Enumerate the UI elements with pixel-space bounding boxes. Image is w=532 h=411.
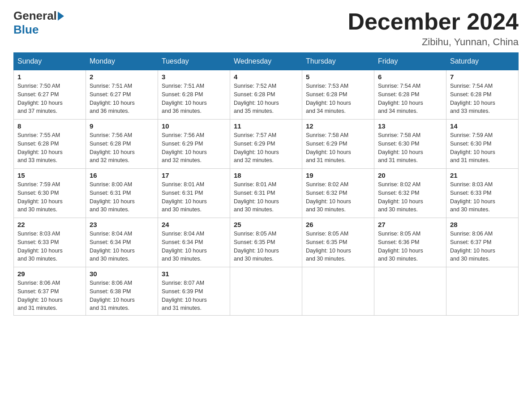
header-cell-saturday: Saturday [446, 53, 519, 70]
week-row-5: 29Sunrise: 8:06 AMSunset: 6:37 PMDayligh… [14, 267, 519, 316]
week-row-3: 15Sunrise: 7:59 AMSunset: 6:30 PMDayligh… [14, 169, 519, 218]
day-info: Sunrise: 7:56 AMSunset: 6:28 PMDaylight:… [90, 131, 154, 165]
day-info: Sunrise: 8:04 AMSunset: 6:34 PMDaylight:… [162, 230, 226, 263]
header-cell-sunday: Sunday [14, 53, 86, 70]
day-info: Sunrise: 8:06 AMSunset: 6:38 PMDaylight:… [90, 279, 154, 313]
day-cell: 11Sunrise: 7:57 AMSunset: 6:29 PMDayligh… [230, 120, 302, 169]
day-info: Sunrise: 8:07 AMSunset: 6:39 PMDaylight:… [162, 279, 226, 313]
day-cell [446, 267, 519, 316]
day-number: 6 [378, 73, 442, 81]
day-number: 18 [234, 171, 298, 179]
day-number: 19 [306, 171, 370, 179]
week-row-2: 8Sunrise: 7:55 AMSunset: 6:28 PMDaylight… [14, 120, 519, 169]
day-cell: 21Sunrise: 8:03 AMSunset: 6:33 PMDayligh… [446, 169, 519, 218]
title-area: December 2024 Zibihu, Yunnan, China [348, 9, 519, 48]
day-info: Sunrise: 8:06 AMSunset: 6:37 PMDaylight:… [17, 279, 82, 313]
day-info: Sunrise: 8:01 AMSunset: 6:31 PMDaylight:… [162, 180, 226, 214]
day-number: 29 [17, 270, 82, 278]
day-cell: 5Sunrise: 7:53 AMSunset: 6:28 PMDaylight… [302, 70, 374, 120]
day-info: Sunrise: 8:06 AMSunset: 6:37 PMDaylight:… [450, 230, 515, 263]
day-info: Sunrise: 8:05 AMSunset: 6:35 PMDaylight:… [306, 230, 370, 263]
logo-arrow-icon [58, 12, 64, 21]
day-cell: 14Sunrise: 7:59 AMSunset: 6:30 PMDayligh… [446, 120, 519, 169]
day-cell: 28Sunrise: 8:06 AMSunset: 6:37 PMDayligh… [446, 218, 519, 267]
day-number: 30 [90, 270, 154, 278]
day-info: Sunrise: 7:55 AMSunset: 6:28 PMDaylight:… [17, 131, 82, 165]
day-number: 13 [378, 122, 442, 130]
day-info: Sunrise: 7:58 AMSunset: 6:30 PMDaylight:… [378, 131, 442, 165]
day-cell: 9Sunrise: 7:56 AMSunset: 6:28 PMDaylight… [86, 120, 158, 169]
day-cell: 26Sunrise: 8:05 AMSunset: 6:35 PMDayligh… [302, 218, 374, 267]
calendar-table: SundayMondayTuesdayWednesdayThursdayFrid… [13, 52, 519, 316]
day-cell: 18Sunrise: 8:01 AMSunset: 6:31 PMDayligh… [230, 169, 302, 218]
location-subtitle: Zibihu, Yunnan, China [348, 36, 519, 48]
day-info: Sunrise: 8:02 AMSunset: 6:32 PMDaylight:… [378, 180, 442, 214]
day-info: Sunrise: 8:01 AMSunset: 6:31 PMDaylight:… [234, 180, 298, 214]
day-cell: 2Sunrise: 7:51 AMSunset: 6:27 PMDaylight… [86, 70, 158, 120]
day-number: 9 [90, 122, 154, 130]
day-cell: 25Sunrise: 8:05 AMSunset: 6:35 PMDayligh… [230, 218, 302, 267]
day-info: Sunrise: 7:56 AMSunset: 6:29 PMDaylight:… [162, 131, 226, 165]
day-info: Sunrise: 8:00 AMSunset: 6:31 PMDaylight:… [90, 180, 154, 214]
day-cell [302, 267, 374, 316]
header-cell-wednesday: Wednesday [230, 53, 302, 70]
day-cell [374, 267, 446, 316]
day-cell: 7Sunrise: 7:54 AMSunset: 6:28 PMDaylight… [446, 70, 519, 120]
day-number: 4 [234, 73, 298, 81]
header-cell-thursday: Thursday [302, 53, 374, 70]
day-cell: 3Sunrise: 7:51 AMSunset: 6:28 PMDaylight… [158, 70, 230, 120]
day-info: Sunrise: 7:51 AMSunset: 6:27 PMDaylight:… [90, 82, 154, 116]
day-info: Sunrise: 7:59 AMSunset: 6:30 PMDaylight:… [17, 180, 82, 214]
calendar-body: 1Sunrise: 7:50 AMSunset: 6:27 PMDaylight… [14, 70, 519, 316]
day-info: Sunrise: 7:50 AMSunset: 6:27 PMDaylight:… [17, 82, 82, 116]
day-info: Sunrise: 8:03 AMSunset: 6:33 PMDaylight:… [17, 230, 82, 263]
day-info: Sunrise: 8:03 AMSunset: 6:33 PMDaylight:… [450, 180, 515, 214]
day-number: 31 [162, 270, 226, 278]
calendar-header-row: SundayMondayTuesdayWednesdayThursdayFrid… [14, 53, 519, 70]
day-info: Sunrise: 7:58 AMSunset: 6:29 PMDaylight:… [306, 131, 370, 165]
day-number: 11 [234, 122, 298, 130]
day-number: 15 [17, 171, 82, 179]
day-cell: 6Sunrise: 7:54 AMSunset: 6:28 PMDaylight… [374, 70, 446, 120]
day-info: Sunrise: 7:57 AMSunset: 6:29 PMDaylight:… [234, 131, 298, 165]
logo-blue-text: Blue [13, 23, 39, 37]
day-cell: 10Sunrise: 7:56 AMSunset: 6:29 PMDayligh… [158, 120, 230, 169]
header-cell-tuesday: Tuesday [158, 53, 230, 70]
day-number: 24 [162, 221, 226, 228]
day-cell: 22Sunrise: 8:03 AMSunset: 6:33 PMDayligh… [14, 218, 86, 267]
day-info: Sunrise: 7:53 AMSunset: 6:28 PMDaylight:… [306, 82, 370, 116]
day-info: Sunrise: 7:59 AMSunset: 6:30 PMDaylight:… [450, 131, 515, 165]
day-number: 5 [306, 73, 370, 81]
day-info: Sunrise: 8:05 AMSunset: 6:36 PMDaylight:… [378, 230, 442, 263]
day-info: Sunrise: 7:52 AMSunset: 6:28 PMDaylight:… [234, 82, 298, 116]
day-number: 14 [450, 122, 515, 130]
day-cell: 12Sunrise: 7:58 AMSunset: 6:29 PMDayligh… [302, 120, 374, 169]
logo-general-text: General [13, 9, 57, 23]
day-cell: 31Sunrise: 8:07 AMSunset: 6:39 PMDayligh… [158, 267, 230, 316]
day-cell: 1Sunrise: 7:50 AMSunset: 6:27 PMDaylight… [14, 70, 86, 120]
day-cell: 4Sunrise: 7:52 AMSunset: 6:28 PMDaylight… [230, 70, 302, 120]
logo: General Blue [13, 9, 65, 37]
day-number: 20 [378, 171, 442, 179]
day-cell: 13Sunrise: 7:58 AMSunset: 6:30 PMDayligh… [374, 120, 446, 169]
day-number: 3 [162, 73, 226, 81]
day-number: 1 [17, 73, 82, 81]
day-cell: 17Sunrise: 8:01 AMSunset: 6:31 PMDayligh… [158, 169, 230, 218]
day-cell: 29Sunrise: 8:06 AMSunset: 6:37 PMDayligh… [14, 267, 86, 316]
month-title: December 2024 [348, 9, 519, 34]
header-cell-friday: Friday [374, 53, 446, 70]
day-number: 10 [162, 122, 226, 130]
day-cell: 15Sunrise: 7:59 AMSunset: 6:30 PMDayligh… [14, 169, 86, 218]
day-number: 22 [17, 221, 82, 228]
day-number: 16 [90, 171, 154, 179]
day-cell: 30Sunrise: 8:06 AMSunset: 6:38 PMDayligh… [86, 267, 158, 316]
day-number: 2 [90, 73, 154, 81]
day-info: Sunrise: 7:54 AMSunset: 6:28 PMDaylight:… [378, 82, 442, 116]
day-info: Sunrise: 7:54 AMSunset: 6:28 PMDaylight:… [450, 82, 515, 116]
day-info: Sunrise: 7:51 AMSunset: 6:28 PMDaylight:… [162, 82, 226, 116]
day-number: 27 [378, 221, 442, 228]
day-number: 21 [450, 171, 515, 179]
day-number: 25 [234, 221, 298, 228]
day-number: 8 [17, 122, 82, 130]
day-cell: 24Sunrise: 8:04 AMSunset: 6:34 PMDayligh… [158, 218, 230, 267]
